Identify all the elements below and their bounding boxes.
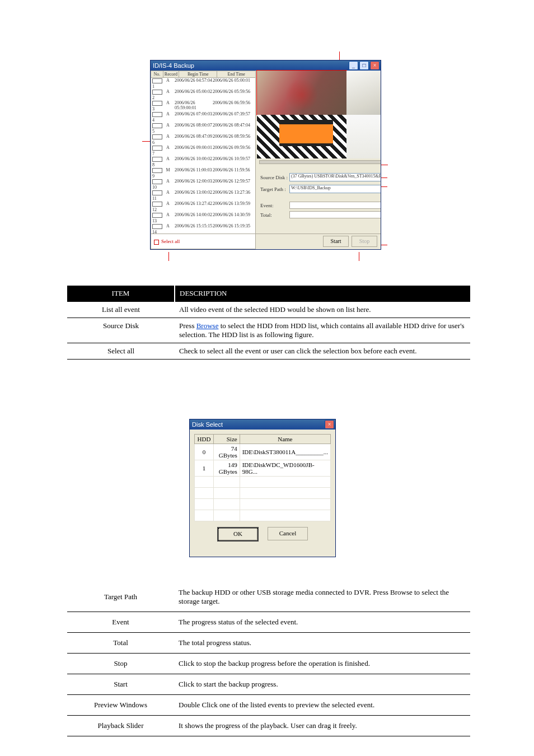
cell-item: Select all <box>67 343 175 360</box>
event-row[interactable]: 10A2006/06/26 12:00:032006/06/26 12:59:5… <box>151 179 255 190</box>
table-header: ITEM DESCRIPTION <box>67 286 470 302</box>
source-disk-label: Source Disk : <box>260 175 289 180</box>
table-row: List all event All video event of the se… <box>67 302 470 318</box>
total-progress-bar <box>289 211 381 218</box>
event-progress-bar <box>289 202 381 209</box>
preview-tile[interactable] <box>257 71 346 115</box>
titlebar: Disk Select × <box>190 419 335 430</box>
cell-desc: Double Click one of the listed events to… <box>174 695 470 716</box>
hdd-row[interactable]: 074 GBytesIDE\DiskST380011A_________... <box>195 444 331 460</box>
preview-grid[interactable] <box>257 71 381 158</box>
col-begin: Begin Time <box>179 71 218 77</box>
table-row: Source Disk Press Browse to select the H… <box>67 318 470 343</box>
cell-item: Target Path <box>67 582 174 612</box>
event-row[interactable]: 13A2006/06/26 14:00:022006/06/26 14:30:5… <box>151 212 255 223</box>
preview-tile[interactable] <box>346 71 381 115</box>
close-button[interactable]: × <box>370 61 380 70</box>
event-row[interactable]: 4A2006/06/26 07:00:032006/06/26 07:39:57 <box>151 111 255 123</box>
cell-desc: The progress status of the selected even… <box>174 612 470 633</box>
event-progress-label: Event: <box>260 203 289 208</box>
table-row: StartClick to start the backup progress. <box>67 674 470 695</box>
callout-line <box>359 252 359 261</box>
cell-item: Event <box>67 612 174 633</box>
cell-item: Playback Slider <box>67 716 174 736</box>
cell-desc: Press Browse to select the HDD from HDD … <box>175 318 470 343</box>
cancel-button[interactable]: Cancel <box>268 527 308 540</box>
close-button[interactable]: × <box>325 420 334 429</box>
cell-desc: Check to select all the event or user ca… <box>175 343 470 360</box>
ok-button[interactable]: OK <box>217 527 259 542</box>
hdd-grid: HDD Size Name 074 GBytesIDE\DiskST380011… <box>194 434 331 521</box>
cell-item: Stop <box>67 654 174 674</box>
col-hdd: HDD <box>195 435 214 444</box>
header-item: ITEM <box>67 286 175 302</box>
event-row[interactable]: 2A2006/06/26 05:00:022006/06/26 05:59:56 <box>151 89 255 100</box>
total-progress-label: Total: <box>260 212 289 218</box>
event-list: No. Record Begin Time End Time 1A2006/06… <box>151 71 256 249</box>
playback-slider[interactable] <box>257 158 381 167</box>
col-end: End Time <box>217 71 255 77</box>
cell-desc: The total progress status. <box>174 633 470 654</box>
cell-item: List all event <box>67 302 175 318</box>
callout-line <box>168 252 169 261</box>
col-no: No. <box>151 71 163 77</box>
header-description: DESCRIPTION <box>175 286 470 302</box>
event-row[interactable]: 3A2006/06/26 05:59:00:012006/06/26 06:59… <box>151 100 255 111</box>
feature-table-2: Target PathThe backup HDD or other USB s… <box>67 582 470 736</box>
minimize-button[interactable]: _ <box>349 61 358 70</box>
cell-desc: It shows the progress of the playback. U… <box>174 716 470 736</box>
select-all-checkbox[interactable]: Select all <box>154 239 180 244</box>
cell-desc: The backup HDD or other USB storage medi… <box>174 582 470 612</box>
table-row: StopClick to stop the backup progress be… <box>67 654 470 674</box>
target-path-field[interactable]: W:\USB\IDS_Backup <box>289 185 381 193</box>
event-row[interactable]: 14A2006/06/26 15:15:152006/06/26 15:19:3… <box>151 223 255 235</box>
stop-button[interactable]: Stop <box>352 236 377 247</box>
col-size: Size <box>213 435 240 444</box>
event-row[interactable]: 11A2006/06/26 13:00:022006/06/26 13:27:3… <box>151 190 255 201</box>
hdd-row[interactable]: 1149 GBytesIDE\DiskWDC_WD1600JB-98G... <box>195 460 331 477</box>
table-row: Select all Check to select all the event… <box>67 343 470 360</box>
table-row: Playback SliderIt shows the progress of … <box>67 716 470 736</box>
maximize-button[interactable]: □ <box>359 61 369 70</box>
cell-item: Total <box>67 633 174 654</box>
target-path-label: Target Path : <box>260 186 289 192</box>
hdd-grid-header: HDD Size Name <box>195 435 331 444</box>
cell-desc: Click to start the backup progress. <box>174 674 470 695</box>
event-row[interactable]: 7A2006/06/26 09:00:012006/06/26 09:59:56 <box>151 145 255 156</box>
backup-app-window: ID/IS-4 Backup _ □ × No. Record Begin Ti… <box>150 60 381 250</box>
col-record: Record <box>163 71 179 77</box>
event-list-header: No. Record Begin Time End Time <box>151 71 255 78</box>
preview-tile[interactable] <box>257 115 346 159</box>
cell-item: Source Disk <box>67 318 175 343</box>
app-title: ID/IS-4 Backup <box>153 62 194 69</box>
cell-desc: All video event of the selected HDD woul… <box>175 302 470 318</box>
table-row: TotalThe total progress status. <box>67 633 470 654</box>
callout-line <box>339 52 340 60</box>
browse-link[interactable]: Browse <box>196 321 219 330</box>
disk-select-dialog: Disk Select × HDD Size Name 074 GBytesID… <box>189 419 336 557</box>
col-name: Name <box>240 435 330 444</box>
callout-line <box>380 165 388 165</box>
event-row[interactable]: 1A2006/06/26 04:57:042006/06/26 05:00:01 <box>151 78 255 89</box>
source-disk-field: (37 GBytes) USBSTOR\Disk&Ven_ST340015&Pr… <box>289 173 381 181</box>
event-row[interactable]: 5A2006/06/26 08:00:072006/06/26 08:47:04 <box>151 123 255 134</box>
dialog-title: Disk Select <box>192 421 223 428</box>
event-row[interactable]: 9M2006/06/26 11:00:032006/06/26 11:59:56 <box>151 167 255 179</box>
event-row[interactable]: 8A2006/06/26 10:00:022006/06/26 10:59:57 <box>151 156 255 167</box>
table-row: Preview WindowsDouble Click one of the l… <box>67 695 470 716</box>
table-row: Target PathThe backup HDD or other USB s… <box>67 582 470 612</box>
event-row[interactable]: 12A2006/06/26 13:27:422006/06/26 13:59:5… <box>151 201 255 212</box>
cell-item: Start <box>67 674 174 695</box>
event-row[interactable]: 6A2006/06/26 08:47:092006/06/26 08:59:56 <box>151 134 255 145</box>
preview-tile[interactable] <box>346 115 381 159</box>
feature-table: ITEM DESCRIPTION List all event All vide… <box>67 286 470 360</box>
select-all-label: Select all <box>161 239 180 244</box>
cell-desc: Click to stop the backup progress before… <box>174 654 470 674</box>
table-row: EventThe progress status of the selected… <box>67 612 470 633</box>
cell-item: Preview Windows <box>67 695 174 716</box>
titlebar: ID/IS-4 Backup _ □ × <box>151 60 381 71</box>
callout-line <box>142 141 150 142</box>
start-button[interactable]: Start <box>323 236 349 247</box>
